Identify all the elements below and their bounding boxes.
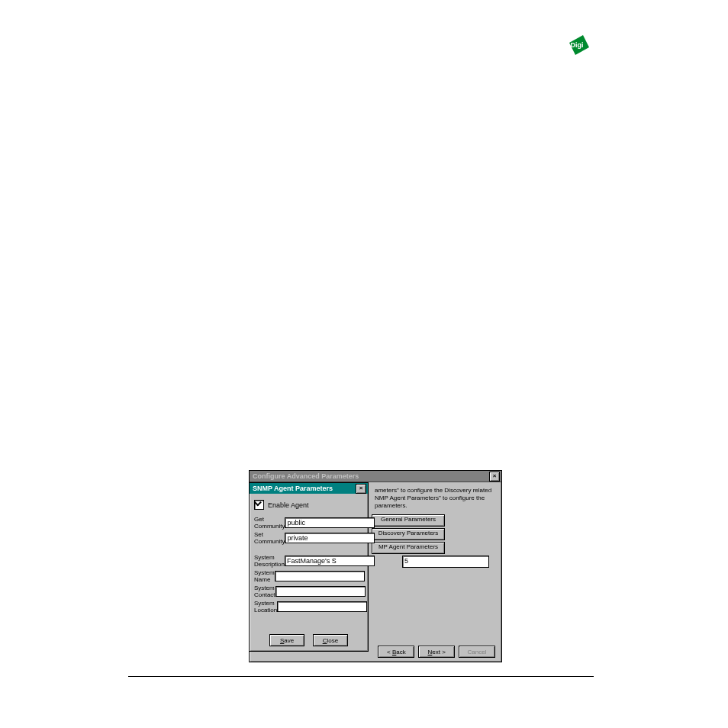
logo-text: Digi xyxy=(571,41,584,49)
system-location-input[interactable] xyxy=(277,601,367,612)
system-name-input[interactable] xyxy=(275,571,365,581)
brand-logo: Digi Digi xyxy=(563,32,591,60)
close-icon[interactable]: × xyxy=(489,472,500,482)
enable-agent-checkbox[interactable] xyxy=(254,500,264,510)
close-icon[interactable]: × xyxy=(356,484,366,494)
snmp-dialog-titlebar[interactable]: SNMP Agent Parameters × xyxy=(250,483,368,494)
system-description-label: System Description xyxy=(254,554,285,568)
system-name-label: System Name xyxy=(254,569,275,583)
system-contact-label: System Contact xyxy=(254,585,275,598)
back-button[interactable]: < Back xyxy=(378,646,414,658)
snmp-agent-parameters-button[interactable]: MP Agent Parameters xyxy=(372,542,445,554)
cancel-button: Cancel xyxy=(459,646,495,658)
discovery-parameters-button[interactable]: Discovery Parameters xyxy=(372,528,445,540)
advanced-dialog-titlebar[interactable]: Configure Advanced Parameters × xyxy=(250,471,501,482)
advanced-dialog-title: Configure Advanced Parameters xyxy=(253,472,359,480)
close-button[interactable]: Close xyxy=(313,634,348,646)
system-location-label: System Location xyxy=(254,600,277,614)
set-community-label: Set Community xyxy=(254,531,285,545)
next-button[interactable]: Next > xyxy=(418,646,455,658)
get-community-input[interactable] xyxy=(285,517,375,528)
snmp-dialog-title: SNMP Agent Parameters xyxy=(253,485,333,492)
set-community-input[interactable] xyxy=(285,533,375,543)
general-parameters-button[interactable]: General Parameters xyxy=(372,514,445,527)
numeric-value-field[interactable]: 5 xyxy=(402,556,489,568)
system-description-input[interactable] xyxy=(285,556,375,566)
system-contact-input[interactable] xyxy=(275,586,366,597)
enable-agent-label: Enable Agent xyxy=(268,501,309,509)
save-button[interactable]: Save xyxy=(269,634,304,646)
config-hint-text: ameters" to configure the Discovery rela… xyxy=(375,487,495,510)
horizontal-rule xyxy=(128,676,594,677)
snmp-agent-parameters-dialog: SNMP Agent Parameters × Enable Agent Get… xyxy=(249,482,369,652)
get-community-label: Get Community xyxy=(254,516,285,530)
